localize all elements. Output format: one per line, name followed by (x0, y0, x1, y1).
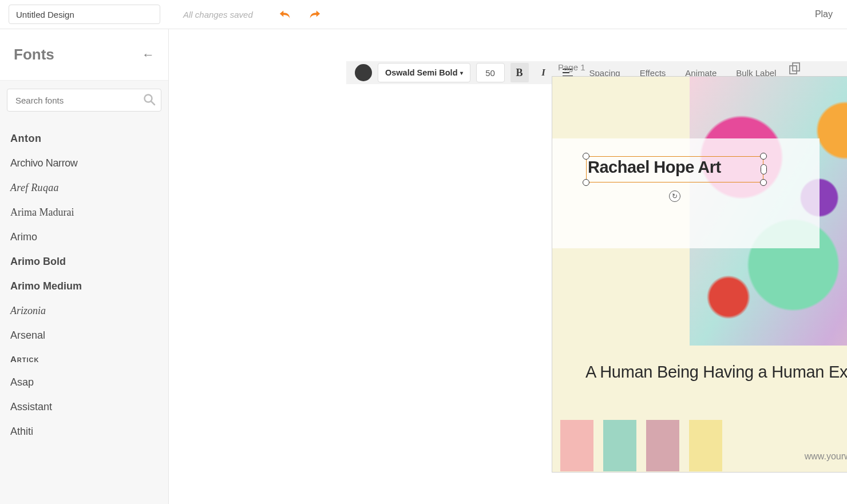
canvas-area[interactable]: Oswald Semi Bold ▾ B I Spacing Effects A… (169, 29, 847, 504)
sidebar-title: Fonts (14, 46, 54, 64)
text-color-swatch[interactable] (355, 64, 372, 81)
font-item-assistant[interactable]: Assistant (7, 395, 161, 419)
bold-button[interactable]: B (510, 63, 529, 82)
resize-handle-tr[interactable] (760, 153, 767, 160)
font-item-archivo-narrow[interactable]: Archivo Narrow (7, 151, 161, 176)
resize-handle-bl[interactable] (583, 179, 589, 186)
resize-handle-right[interactable] (761, 164, 767, 174)
top-bar: All changes saved Play (0, 0, 847, 29)
font-item-artick[interactable]: Artick (7, 348, 161, 370)
resize-handle-tl[interactable] (583, 153, 589, 160)
font-item-aref-ruqaa[interactable]: Aref Ruqaa (7, 176, 161, 200)
selected-text-box[interactable]: Rachael Hope Art ↻ (586, 156, 763, 182)
font-item-arizonia[interactable]: Arizonia (7, 299, 161, 323)
website-text[interactable]: www.yourwebsitehere.com (805, 451, 847, 462)
svg-line-1 (151, 101, 155, 105)
font-family-select[interactable]: Oswald Semi Bold ▾ (378, 63, 470, 82)
font-size-input[interactable] (476, 63, 505, 82)
color-swatch-row (560, 420, 722, 471)
search-fonts-input[interactable] (7, 89, 161, 112)
swatch-2[interactable] (603, 420, 636, 471)
redo-icon[interactable] (308, 8, 321, 21)
font-item-arimo-bold[interactable]: Arimo Bold (7, 249, 161, 274)
save-status: All changes saved (183, 10, 253, 19)
white-overlay-box[interactable] (552, 138, 820, 248)
svg-rect-6 (793, 63, 799, 71)
swatch-3[interactable] (646, 420, 679, 471)
svg-rect-5 (790, 66, 797, 74)
subtitle-text[interactable]: A Human Being Having a Human Experience (585, 363, 847, 382)
font-item-asap[interactable]: Asap (7, 370, 161, 395)
font-name-label: Oswald Semi Bold (385, 68, 458, 77)
rotate-handle-icon[interactable]: ↻ (669, 191, 680, 202)
font-item-anton[interactable]: Anton (7, 126, 161, 151)
design-page[interactable]: Rachael Hope Art ↻ A Human Being Having … (552, 76, 847, 473)
title-text[interactable]: Rachael Hope Art (588, 158, 721, 177)
page-label: Page 1 (558, 62, 585, 72)
italic-button[interactable]: I (535, 63, 553, 82)
font-item-athiti[interactable]: Athiti (7, 419, 161, 444)
back-arrow-icon[interactable]: ← (142, 47, 155, 62)
font-item-arsenal[interactable]: Arsenal (7, 323, 161, 348)
swatch-4[interactable] (689, 420, 722, 471)
font-item-arima-madurai[interactable]: Arima Madurai (7, 200, 161, 225)
swatch-1[interactable] (560, 420, 593, 471)
search-icon[interactable] (143, 93, 156, 108)
chevron-down-icon: ▾ (460, 70, 463, 76)
font-item-arimo[interactable]: Arimo (7, 225, 161, 249)
fonts-sidebar: Fonts ← AntonArchivo NarrowAref RuqaaAri… (0, 29, 169, 504)
font-list[interactable]: AntonArchivo NarrowAref RuqaaArima Madur… (0, 81, 168, 504)
play-button[interactable]: Play (815, 9, 833, 19)
undo-icon[interactable] (279, 8, 291, 21)
design-title-input[interactable] (9, 5, 160, 24)
font-item-arimo-medium[interactable]: Arimo Medium (7, 274, 161, 299)
sidebar-header: Fonts ← (0, 29, 168, 81)
resize-handle-br[interactable] (760, 179, 767, 186)
duplicate-page-icon[interactable] (789, 62, 801, 77)
